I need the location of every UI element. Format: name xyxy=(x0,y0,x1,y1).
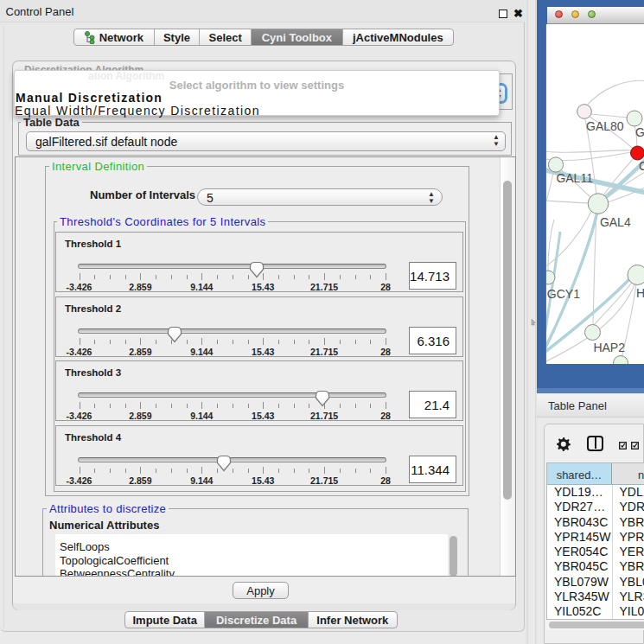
svg-text:GCY1: GCY1 xyxy=(547,287,580,301)
svg-text:C: C xyxy=(639,159,644,173)
svg-text:GAL80: GAL80 xyxy=(586,119,624,133)
svg-text:GAL11: GAL11 xyxy=(556,171,593,185)
svg-text:GAL4: GAL4 xyxy=(600,215,631,229)
svg-text:HAP2: HAP2 xyxy=(593,341,625,354)
svg-text:GAL: GAL xyxy=(635,125,644,139)
svg-text:HIS: HIS xyxy=(636,286,644,300)
